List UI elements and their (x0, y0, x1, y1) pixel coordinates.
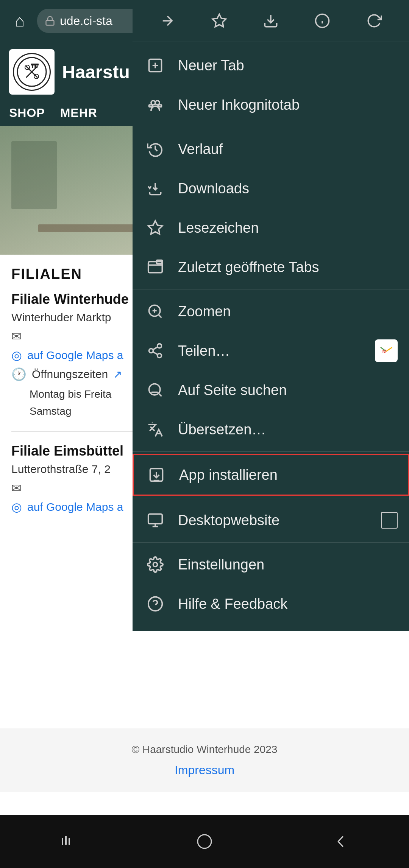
forward-nav-icon[interactable] (142, 8, 193, 34)
svg-point-45 (149, 384, 160, 395)
menu-item-downloads[interactable]: Downloads (133, 169, 409, 208)
history-icon (144, 138, 167, 160)
context-menu: Neuer Tab Neuer Inkognitotab Verlauf (133, 0, 409, 631)
menu-item-app-install[interactable]: App installieren (133, 454, 409, 496)
svg-point-60 (198, 835, 211, 848)
refresh-toolbar-icon[interactable] (348, 8, 400, 34)
svg-rect-27 (149, 105, 153, 107)
menu-item-einstellungen[interactable]: Einstellungen (133, 545, 409, 584)
svg-rect-59 (69, 838, 70, 845)
desktop-label: Desktopwebsite (178, 512, 370, 529)
svg-rect-0 (46, 20, 54, 25)
svg-marker-30 (148, 221, 162, 234)
divider-after-app (133, 498, 409, 498)
share-icon (144, 339, 167, 362)
nav-mehr[interactable]: MEHR (60, 106, 97, 120)
nav-shop[interactable]: SHOP (9, 106, 45, 120)
divider-after-tabs (133, 127, 409, 127)
zuletzt-label: Zuletzt geöffnete Tabs (178, 259, 398, 275)
recent-tabs-icon (144, 256, 167, 278)
bookmark-toolbar-icon[interactable] (193, 8, 245, 34)
bookmark-menu-icon (144, 216, 167, 239)
footer-impressum[interactable]: Impressum (11, 763, 398, 777)
uebersetzen-label: Übersetzen… (178, 422, 398, 438)
salon-title: Haarstu (62, 62, 130, 82)
teilen-label: Teilen… (178, 343, 364, 359)
lesezeichen-label: Lesezeichen (178, 220, 398, 236)
salon-logo (9, 49, 55, 95)
menu-item-zoomen[interactable]: Zoomen (133, 292, 409, 331)
svg-line-35 (159, 315, 162, 318)
android-home-button[interactable] (189, 826, 220, 857)
desktop-checkbox[interactable] (381, 512, 398, 529)
branch1-hours-detail: ↗ (113, 368, 122, 381)
einstellungen-label: Einstellungen (178, 557, 398, 573)
branch2-maps-link[interactable]: auf Google Maps a (27, 501, 123, 513)
menu-item-inkognito[interactable]: Neuer Inkognitotab (133, 85, 409, 124)
svg-point-54 (153, 563, 158, 567)
svg-point-39 (149, 349, 153, 353)
help-icon (144, 593, 167, 615)
svg-rect-28 (158, 105, 161, 107)
zoom-icon (144, 300, 167, 323)
desktop-icon (144, 509, 167, 532)
branch1-maps-link[interactable]: auf Google Maps a (27, 349, 123, 362)
menu-item-lesezeichen[interactable]: Lesezeichen (133, 208, 409, 247)
neuer-tab-label: Neuer Tab (178, 58, 398, 74)
svg-line-41 (153, 352, 158, 355)
android-back-button[interactable] (326, 826, 356, 857)
menu-item-uebersetzen[interactable]: Übersetzen… (133, 410, 409, 449)
svg-marker-17 (212, 14, 226, 27)
search-page-icon (144, 379, 167, 401)
downloads-icon (144, 177, 167, 200)
svg-rect-57 (62, 838, 63, 845)
install-app-icon (145, 464, 168, 486)
email2-icon: ✉ (11, 481, 22, 495)
menu-item-zuletzt[interactable]: Zuletzt geöffnete Tabs (133, 247, 409, 287)
location-icon: ◎ (11, 348, 22, 362)
menu-item-verlauf[interactable]: Verlauf (133, 129, 409, 169)
suchen-label: Auf Seite suchen (178, 382, 398, 398)
svg-text:M: M (382, 348, 387, 354)
clock-icon: 🕐 (11, 367, 27, 381)
email-icon: ✉ (11, 329, 22, 344)
android-recents-button[interactable] (53, 826, 83, 857)
svg-line-42 (153, 347, 158, 350)
info-toolbar-icon[interactable] (297, 8, 348, 34)
menu-item-hilfe[interactable]: Hilfe & Feedback (133, 584, 409, 624)
svg-rect-58 (65, 836, 67, 845)
svg-point-38 (158, 344, 162, 348)
branch1-hours-label: Öffnungszeiten (32, 368, 108, 381)
translate-icon (144, 418, 167, 441)
verlauf-label: Verlauf (178, 141, 398, 157)
svg-rect-51 (148, 514, 162, 524)
divider-after-bookmarks (133, 289, 409, 289)
page-footer: © Haarstudio Winterhude 2023 Impressum (0, 728, 409, 792)
settings-icon (144, 553, 167, 576)
home-button[interactable]: ⌂ (8, 9, 32, 33)
svg-line-46 (159, 394, 162, 397)
secure-icon (45, 16, 55, 26)
app-install-label: App installieren (179, 467, 397, 483)
hilfe-label: Hilfe & Feedback (178, 596, 398, 612)
svg-point-40 (158, 353, 162, 358)
svg-rect-11 (31, 64, 39, 65)
divider-before-app (133, 451, 409, 452)
menu-item-teilen[interactable]: Teilen… M (133, 331, 409, 370)
divider-after-desktop (133, 542, 409, 543)
gmail-icon: M (375, 339, 398, 362)
menu-item-suchen[interactable]: Auf Seite suchen (133, 370, 409, 410)
zoomen-label: Zoomen (178, 303, 398, 320)
footer-copyright: © Haarstudio Winterhude 2023 (11, 744, 398, 756)
android-nav-bar (0, 815, 409, 868)
svg-rect-47 (151, 392, 158, 393)
menu-item-desktop[interactable]: Desktopwebsite (133, 501, 409, 540)
inkognito-label: Neuer Inkognitotab (178, 97, 398, 113)
menu-toolbar (133, 0, 409, 42)
downloads-label: Downloads (178, 180, 398, 197)
address-text: ude.ci-sta (60, 14, 112, 28)
menu-item-neuer-tab[interactable]: Neuer Tab (133, 46, 409, 85)
location2-icon: ◎ (11, 500, 22, 514)
new-tab-icon (144, 54, 167, 77)
download-toolbar-icon[interactable] (245, 8, 297, 34)
